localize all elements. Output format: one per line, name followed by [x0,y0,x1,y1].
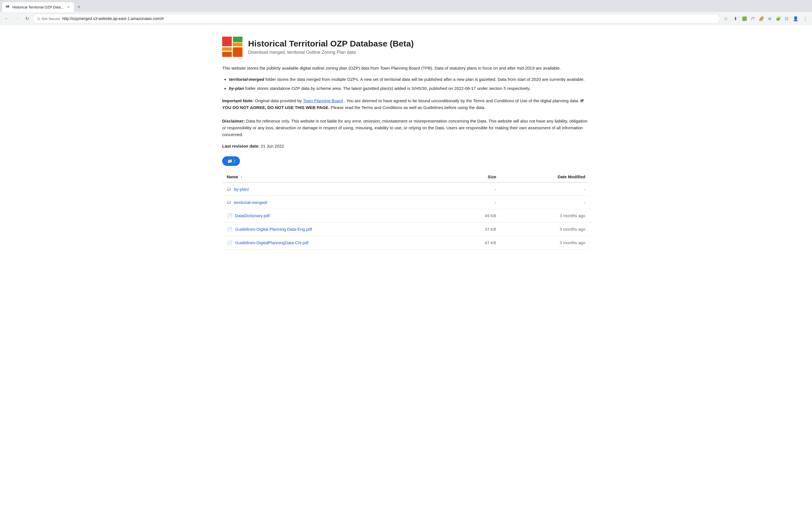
site-title-block: Historical Territorial OZP Database (Bet… [248,39,414,55]
table-row: 🗂 by-plan/ - - [222,182,590,196]
new-tab-button[interactable]: + [75,3,83,11]
list-item: by-plan folder stores standalone OZP dat… [229,85,590,92]
bullet-1-italic: territorial-merged [229,77,264,82]
tab-close-button[interactable]: ✕ [66,5,70,9]
file-name-cell[interactable]: 📄 DataDictionary.pdf [222,209,451,223]
warning-icon: ⚠ [37,16,41,21]
file-icon: 📄 [227,240,232,245]
svg-rect-0 [222,37,232,46]
sort-arrow: ↑ [241,175,242,179]
important-note: Important Note: Original data provided b… [222,98,590,138]
table-body: 🗂 by-plan/ - - 🗂 territorial-merged/ [222,182,590,249]
not-secure-indicator: ⚠ Not Secure [37,16,60,21]
site-subtitle: Download merged, territorial Outline Zon… [248,50,414,55]
file-date-cell: 3 months ago [501,236,590,249]
file-name[interactable]: territorial-merged/ [234,200,267,205]
active-tab[interactable]: 🗺 Historical Territorial OZP Data... ✕ [2,2,74,12]
file-table: Name ↑ Size Date Modified 🗂 by-plan/ [222,172,590,249]
folder-icon: 🗂 [227,186,231,191]
table-row: 📄 Guidelines-DigitalPlanningData-Chi.pdf… [222,236,590,249]
important-text-3: Please read the Terms and Conditions as … [331,105,485,110]
last-revision: Last revision date: 21 Jun 2022 [222,144,590,149]
menu-button[interactable]: ⋮ [801,14,810,23]
file-date-cell: 3 months ago [501,209,590,223]
file-icon: 📄 [227,213,232,218]
table-row: 🗂 territorial-merged/ - - [222,196,590,209]
file-size-cell: 49 KB [451,209,501,223]
important-label: Important Note: [222,98,254,103]
ext-g[interactable]: G [766,15,774,22]
file-name[interactable]: DataDictionary.pdf [235,213,269,218]
feature-list: territorial-merged folder stores the dat… [222,76,590,92]
file-date-cell: - [501,182,590,196]
file-date-cell: - [501,196,590,209]
breadcrumb-label: / [234,159,235,164]
svg-rect-2 [233,43,243,46]
file-size-cell: - [451,182,501,196]
file-name-cell[interactable]: 📄 Guidelines-Digital Planning Data-Eng.p… [222,223,451,236]
profile-button[interactable]: 👤 [791,14,800,23]
browser-chrome: 🗺 Historical Territorial OZP Data... ✕ +… [0,0,812,25]
bullet-1-text: folder stores the data merged from multi… [265,77,585,82]
file-name[interactable]: Guidelines-Digital Planning Data-Eng.pdf [235,227,312,231]
tab-title: Historical Territorial OZP Data... [12,5,64,9]
file-name-cell[interactable]: 🗂 territorial-merged/ [222,196,451,209]
file-size-cell: 47 KB [451,236,501,249]
ext-chrome[interactable]: ⊡ [783,15,791,22]
folder-icon: 🗂 [227,200,231,205]
last-revision-label: Last revision date: [222,144,260,149]
bullet-2-text: folder stores standalone OZP data by sch… [245,86,530,91]
table-header: Name ↑ Size Date Modified [222,172,590,182]
file-date-cell: 3 months ago [501,223,590,236]
list-item: territorial-merged folder stores the dat… [229,76,590,83]
bullet-2-italic: by-plan [229,86,244,91]
disclaimer-label: Disclaimer: [222,119,245,123]
svg-rect-4 [233,47,243,57]
last-revision-value: 21 Jun 2022 [261,144,284,149]
toolbar: ← → ↻ ⚠ Not Secure http://ozpmerged.s3-w… [0,12,812,25]
table-row: 📄 DataDictionary.pdf 49 KB 3 months ago [222,209,590,223]
site-logo [222,37,243,57]
address-bar[interactable]: ⚠ Not Secure http://ozpmerged.s3-website… [33,14,720,23]
folder-icon: 📁 [227,159,233,164]
file-name[interactable]: by-plan/ [234,187,249,191]
svg-rect-5 [222,52,232,57]
reload-button[interactable]: ↻ [22,14,32,23]
ext-puzzle[interactable]: 🧩 [774,15,782,22]
tab-favicon: 🗺 [6,5,10,9]
back-button[interactable]: ← [2,14,11,23]
breadcrumb-button[interactable]: 📁 / [222,156,240,166]
page-content: Historical Territorial OZP Database (Bet… [209,25,603,507]
ext-grammarly[interactable]: 🟩 [741,15,748,22]
date-column-header[interactable]: Date Modified [501,172,590,182]
file-name-cell[interactable]: 📄 Guidelines-DigitalPlanningData-Chi.pdf [222,236,451,249]
toolbar-right: ☆ ⬆ 🟩 /? 🌈 G 🧩 ⊡ 👤 ⋮ [721,14,810,23]
forward-button[interactable]: → [12,14,21,23]
bookmark-button[interactable]: ☆ [721,14,730,23]
screen-capture-button[interactable]: ⬆ [731,14,740,23]
disclaimer-text: Data for reference only. This website is… [222,119,587,137]
site-header: Historical Territorial OZP Database (Bet… [222,37,590,57]
name-column-header[interactable]: Name ↑ [222,172,451,182]
ext-help[interactable]: /? [749,15,757,22]
address-url: http://ozpmerged.s3-website.ap-east-1.am… [62,16,716,21]
important-text-1: Original data provided by [255,98,303,103]
main-description: This website stores the publicly availab… [222,65,590,71]
tab-bar: 🗺 Historical Territorial OZP Data... ✕ + [0,0,812,12]
file-size-cell: 37 KB [451,223,501,236]
file-name-cell[interactable]: 🗂 by-plan/ [222,182,451,196]
size-column-header[interactable]: Size [451,172,501,182]
town-planning-board-link[interactable]: Town Planning Board [303,98,343,103]
file-name[interactable]: Guidelines-DigitalPlanningData-Chi.pdf [235,240,308,245]
file-icon: 📄 [227,226,232,232]
important-text-2: . You are deemed to have agreed to be bo… [344,98,580,103]
table-row: 📄 Guidelines-Digital Planning Data-Eng.p… [222,223,590,236]
site-title: Historical Territorial OZP Database (Bet… [248,39,414,49]
svg-rect-3 [222,47,232,51]
svg-rect-1 [233,37,243,42]
file-size-cell: - [451,196,501,209]
ext-color[interactable]: 🌈 [757,15,765,22]
